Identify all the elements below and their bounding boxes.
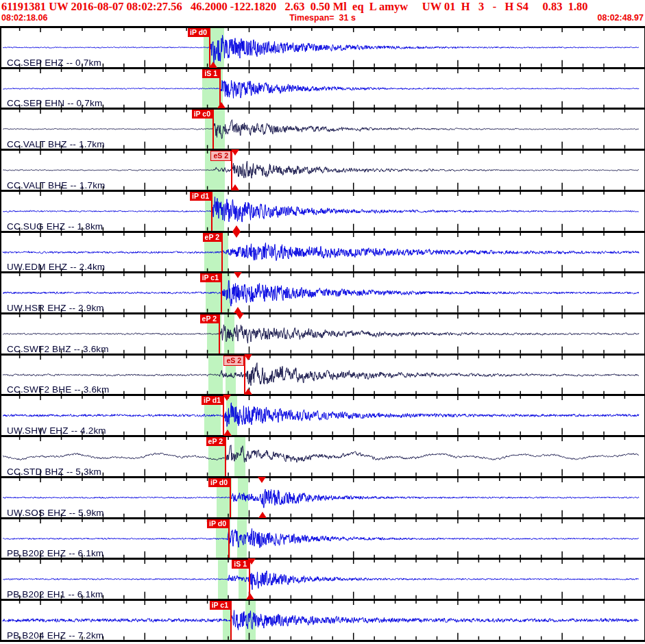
pick-flag[interactable]: iP d1 bbox=[190, 192, 211, 201]
station-label: CC.SEP EHN -- 0.7km bbox=[7, 98, 102, 108]
trace-row-15[interactable]: iP c1PB.B204 EHZ -- 7.2km bbox=[0, 601, 645, 642]
trace-row-5[interactable]: iP d1CC.SUG EHZ -- 1.8km bbox=[0, 192, 645, 233]
trace-area[interactable]: iP d0CC.SEP EHZ -- 0.7kmiS 1CC.SEP EHN -… bbox=[0, 26, 645, 642]
predicted-arrival-marker bbox=[234, 307, 242, 313]
pick-flag[interactable]: iP c1 bbox=[210, 601, 230, 610]
station-label: CC.SWF2 BHZ -- 3.6km bbox=[7, 344, 109, 354]
pick-time-line[interactable] bbox=[230, 601, 232, 640]
trace-row-14[interactable]: iS 1PB.B202 EH1 -- 6.1km bbox=[0, 560, 645, 601]
pick-time-line[interactable] bbox=[228, 519, 230, 558]
predicted-arrival-marker bbox=[244, 388, 252, 395]
predicted-arrival-marker bbox=[223, 395, 231, 401]
timespan-label: Timespan= 31 s bbox=[289, 13, 356, 25]
station-label: UW.HSR EHZ -- 2.9km bbox=[7, 303, 104, 313]
pick-flag[interactable]: eS 2 bbox=[210, 151, 231, 161]
pick-time-line[interactable] bbox=[221, 273, 222, 312]
trace-row-10[interactable]: iP d1UW.SHW EHZ -- 4.2km bbox=[0, 396, 645, 437]
trace-row-12[interactable]: iP d0UW.SOS EHZ -- 5.9km bbox=[0, 478, 645, 519]
pick-time-line[interactable] bbox=[230, 478, 231, 517]
pick-time-line[interactable] bbox=[225, 437, 226, 476]
predicted-arrival-marker bbox=[258, 477, 266, 483]
predicted-arrival-marker bbox=[236, 313, 244, 319]
trace-row-4[interactable]: eS 2CC.VALT BHE -- 1.7km bbox=[0, 151, 645, 192]
station-label: CC.VALT BHE -- 1.7km bbox=[7, 180, 106, 190]
time-axis-header: 08:02:18.06 Timespan= 31 s 08:02:48.97 bbox=[1, 13, 644, 25]
predicted-arrival-marker bbox=[209, 62, 217, 68]
pick-flag[interactable]: eP 2 bbox=[200, 314, 219, 323]
pick-flag[interactable]: iP d0 bbox=[207, 519, 228, 528]
pick-flag[interactable]: iP d0 bbox=[188, 28, 209, 37]
predicted-arrival-marker bbox=[217, 102, 226, 108]
seismogram-viewer-window: 61191381 UW 2016-08-07 08:02:27.56 46.20… bbox=[0, 0, 645, 644]
trace-row-9[interactable]: eS 2CC.SWF2 BHE -- 3.6km bbox=[0, 356, 645, 397]
station-label: UW.SOS EHZ -- 5.9km bbox=[7, 508, 104, 518]
predicted-arrival-marker bbox=[231, 184, 239, 190]
station-label: PB.B202 EH1 -- 6.1km bbox=[7, 589, 104, 599]
pick-flag[interactable]: iS 1 bbox=[202, 69, 219, 78]
trace-row-6[interactable]: eP 2UW.EDM EHZ -- 2.4km bbox=[0, 233, 645, 274]
trace-row-1[interactable]: iP d0CC.SEP EHZ -- 0.7km bbox=[0, 28, 645, 69]
pick-time-line[interactable] bbox=[212, 110, 214, 149]
station-label: UW.SHW EHZ -- 4.2km bbox=[7, 425, 106, 436]
pick-flag[interactable]: iS 1 bbox=[232, 560, 249, 569]
station-label: CC.VALT BHZ -- 1.7km bbox=[7, 139, 105, 149]
window-start-time: 08:02:18.06 bbox=[1, 13, 47, 25]
predicted-arrival-marker bbox=[232, 232, 241, 238]
pick-flag[interactable]: eP 2 bbox=[206, 437, 225, 446]
predicted-arrival-marker bbox=[231, 149, 239, 156]
station-label: CC.SEP EHZ -- 0.7km bbox=[7, 58, 101, 68]
trace-row-7[interactable]: iP c1UW.HSR EHZ -- 2.9km bbox=[0, 273, 645, 314]
predicted-arrival-marker bbox=[258, 512, 267, 518]
pick-flag[interactable]: iP c1 bbox=[200, 273, 221, 282]
pick-time-line[interactable] bbox=[219, 314, 220, 354]
pick-flag[interactable]: iP d1 bbox=[202, 396, 223, 405]
trace-row-2[interactable]: iS 1CC.SEP EHN -- 0.7km bbox=[0, 69, 645, 110]
trace-row-8[interactable]: eP 2CC.SWF2 BHZ -- 3.6km bbox=[0, 314, 645, 356]
pick-flag[interactable]: eS 2 bbox=[223, 356, 244, 366]
predicted-arrival-marker bbox=[246, 593, 254, 599]
trace-row-13[interactable]: iP d0PB.B202 EHZ -- 6.1km bbox=[0, 519, 645, 560]
predicted-arrival-marker bbox=[234, 272, 242, 278]
pick-time-line[interactable] bbox=[211, 192, 212, 231]
trace-row-3[interactable]: iP c0CC.VALT BHZ -- 1.7km bbox=[0, 110, 645, 151]
predicted-arrival-marker bbox=[247, 558, 256, 565]
predicted-arrival-marker bbox=[223, 430, 232, 436]
left-border-line bbox=[0, 26, 1, 642]
window-end-time: 08:02:48.97 bbox=[598, 13, 644, 25]
predicted-arrival-marker bbox=[244, 354, 252, 360]
trace-row-11[interactable]: eP 2CC.STD BHZ -- 5.3km bbox=[0, 437, 645, 478]
station-label: CC.SUG EHZ -- 1.8km bbox=[7, 221, 103, 232]
station-label: CC.STD BHZ -- 5.3km bbox=[7, 467, 101, 477]
pick-flag[interactable]: eP 2 bbox=[203, 233, 221, 242]
station-label: PB.B204 EHZ -- 7.2km bbox=[7, 630, 104, 641]
pick-flag[interactable]: iP d0 bbox=[208, 478, 230, 487]
pick-time-line[interactable] bbox=[221, 233, 223, 272]
station-label: UW.EDM EHZ -- 2.4km bbox=[7, 262, 105, 272]
station-label: PB.B202 EHZ -- 6.1km bbox=[7, 548, 104, 558]
station-label: CC.SWF2 BHE -- 3.6km bbox=[7, 384, 110, 395]
event-title: 61191381 UW 2016-08-07 08:02:27.56 46.20… bbox=[1, 0, 644, 13]
pick-flag[interactable]: iP c0 bbox=[192, 110, 212, 119]
predicted-arrival-marker bbox=[232, 225, 241, 232]
